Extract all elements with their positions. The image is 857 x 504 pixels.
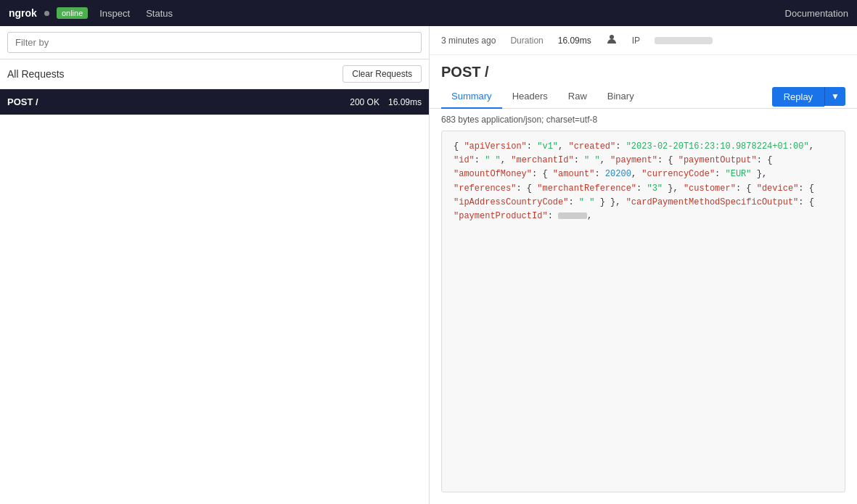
replay-btn-group: Replay ▼ [772, 87, 845, 107]
time-ago-label: 3 minutes ago [441, 36, 496, 46]
duration-value: 16.09ms [558, 36, 591, 46]
tab-headers[interactable]: Headers [502, 85, 558, 109]
tabs-row: Summary Headers Raw Binary Replay ▼ [430, 85, 857, 109]
clear-requests-button[interactable]: Clear Requests [343, 65, 422, 83]
user-icon [606, 33, 618, 47]
tab-raw[interactable]: Raw [558, 85, 597, 109]
main-layout: All Requests Clear Requests POST / 200 O… [0, 26, 857, 504]
requests-list: POST / 200 OK 16.09ms [0, 89, 429, 504]
status-dot [44, 11, 49, 16]
duration-label: Duration [510, 36, 543, 46]
right-panel: 3 minutes ago Duration 16.09ms IP POST /… [430, 26, 857, 504]
filter-bar [0, 26, 429, 59]
online-badge: online [57, 7, 88, 19]
svg-point-0 [610, 35, 614, 39]
inspect-link[interactable]: Inspect [95, 8, 134, 19]
filter-input[interactable] [7, 32, 422, 53]
tab-summary[interactable]: Summary [441, 85, 502, 109]
replay-dropdown-button[interactable]: ▼ [824, 87, 845, 106]
request-duration: 16.09ms [388, 97, 422, 107]
request-method: POST / [7, 96, 38, 107]
ip-value [655, 37, 713, 44]
replay-button[interactable]: Replay [772, 87, 824, 107]
body-info: 683 bytes application/json; charset=utf-… [430, 109, 857, 131]
documentation-link[interactable]: Documentation [785, 8, 848, 19]
ip-label: IP [632, 36, 640, 46]
request-title: POST / [430, 55, 857, 85]
request-meta-bar: 3 minutes ago Duration 16.09ms IP [430, 26, 857, 55]
tab-binary[interactable]: Binary [597, 85, 644, 109]
topnav: ngrok online Inspect Status Documentatio… [0, 0, 857, 26]
requests-header: All Requests Clear Requests [0, 59, 429, 89]
table-row[interactable]: POST / 200 OK 16.09ms [0, 89, 429, 115]
brand-label: ngrok [9, 7, 37, 19]
all-requests-title: All Requests [7, 68, 65, 80]
json-body: { "apiVersion": "v1", "created": "2023-0… [441, 131, 845, 492]
request-status: 200 OK [350, 97, 380, 107]
status-link[interactable]: Status [142, 8, 177, 19]
left-panel: All Requests Clear Requests POST / 200 O… [0, 26, 430, 504]
